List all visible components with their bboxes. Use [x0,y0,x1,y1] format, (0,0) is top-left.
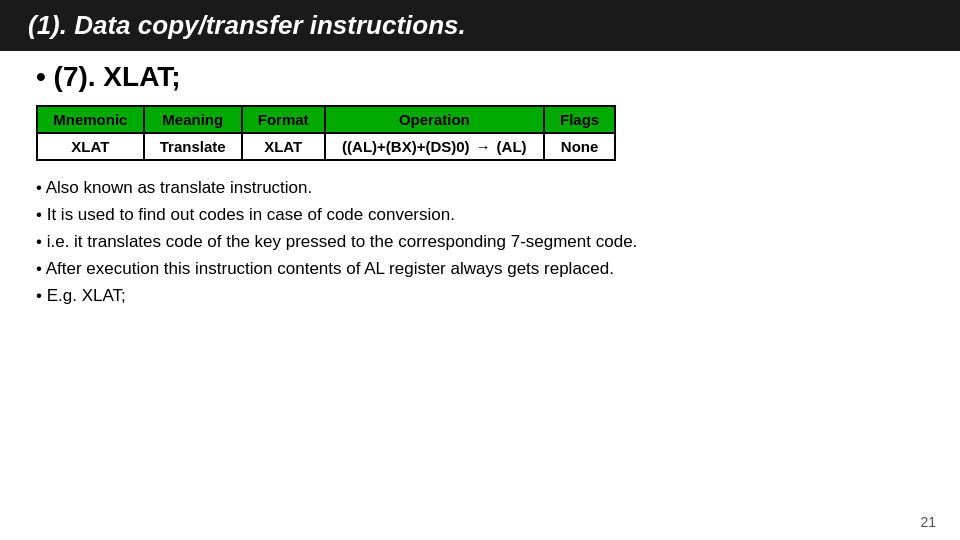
subtitle: • (7). XLAT; [36,61,924,93]
table-container: Mnemonic Meaning Format Operation Flags … [36,105,924,161]
bullet-1: Also known as translate instruction. [36,177,924,200]
bullet-5: E.g. XLAT; [36,285,924,308]
cell-mnemonic: XLAT [37,133,144,160]
instruction-table: Mnemonic Meaning Format Operation Flags … [36,105,616,161]
operation-dest: (AL) [497,138,527,155]
title-bar: (1). Data copy/transfer instructions. [0,0,960,51]
cell-format: XLAT [242,133,325,160]
operation-expr: ((AL)+(BX)+(DS)0) [342,138,470,155]
col-header-operation: Operation [325,106,545,133]
bullet-list: Also known as translate instruction. It … [36,177,924,312]
col-header-mnemonic: Mnemonic [37,106,144,133]
operation-arrow: → [476,138,491,155]
col-header-meaning: Meaning [144,106,242,133]
slide: (1). Data copy/transfer instructions. • … [0,0,960,540]
cell-flags: None [544,133,615,160]
cell-operation: ((AL)+(BX)+(DS)0) → (AL) [325,133,545,160]
col-header-format: Format [242,106,325,133]
table-header-row: Mnemonic Meaning Format Operation Flags [37,106,615,133]
content-area: • (7). XLAT; Mnemonic Meaning Format Ope… [0,61,960,540]
col-header-flags: Flags [544,106,615,133]
page-number: 21 [920,514,936,530]
bullet-4: After execution this instruction content… [36,258,924,281]
bullet-2: It is used to find out codes in case of … [36,204,924,227]
table-row: XLAT Translate XLAT ((AL)+(BX)+(DS)0) → … [37,133,615,160]
cell-meaning: Translate [144,133,242,160]
slide-title: (1). Data copy/transfer instructions. [28,10,466,40]
bullet-3: i.e. it translates code of the key press… [36,231,924,254]
